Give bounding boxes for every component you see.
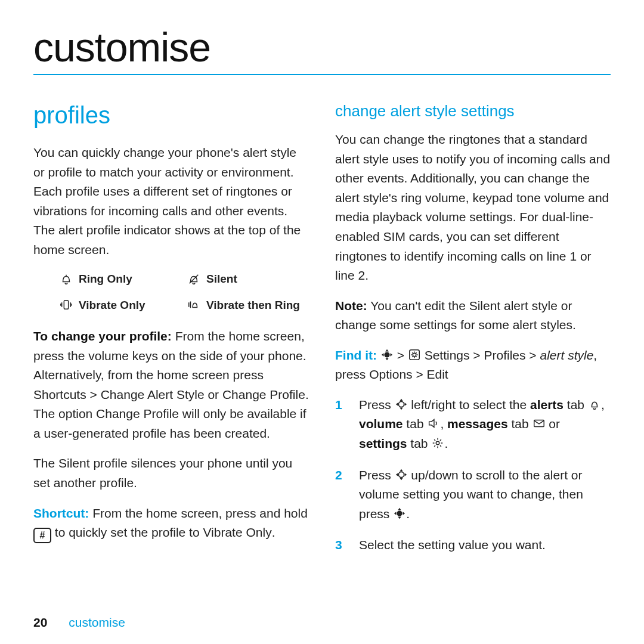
envelope-icon — [532, 417, 546, 430]
svg-marker-13 — [404, 402, 407, 406]
svg-marker-3 — [385, 349, 389, 352]
left-column: profiles You can quickly change your pho… — [33, 97, 309, 611]
svg-marker-12 — [395, 402, 398, 406]
bell-slash-icon — [187, 273, 200, 286]
nav-ring-icon — [395, 398, 408, 411]
svg-point-2 — [384, 352, 389, 357]
svg-marker-23 — [398, 516, 401, 519]
change-alert-heading: change alert style settings — [335, 99, 611, 123]
svg-point-16 — [398, 472, 404, 477]
profile-silent: Silent — [187, 270, 309, 287]
svg-marker-19 — [395, 473, 398, 476]
page-number: 20 — [33, 615, 47, 630]
step-3-text: Select the setting value you want. — [359, 535, 546, 555]
page-title: customise — [33, 24, 611, 70]
find-it-label: Find it: — [335, 348, 377, 362]
profiles-heading: profiles — [33, 97, 309, 134]
svg-rect-7 — [410, 350, 420, 360]
profiles-intro: You can quickly change your phone's aler… — [33, 143, 309, 259]
step-2: 2 Press up/down to scroll to the alert o… — [335, 466, 611, 524]
step-1-text: Press left/right to select the alerts ta… — [359, 395, 611, 454]
step-3: 3 Select the setting value you want. — [335, 535, 611, 555]
right-column: change alert style settings You can chan… — [335, 97, 611, 611]
svg-marker-20 — [404, 473, 407, 476]
nav-ring-icon — [395, 468, 408, 481]
profile-vibrate-only: Vibrate Only — [60, 296, 181, 314]
nav-center-icon — [380, 348, 394, 361]
footer-section: customise — [69, 615, 125, 630]
vibrate-then-ring-label: Vibrate then Ring — [206, 296, 300, 314]
change-alert-intro: You can change the ringtones that a stan… — [335, 130, 611, 285]
svg-marker-4 — [385, 358, 389, 360]
svg-point-21 — [397, 510, 402, 516]
vibrate-ring-icon — [187, 298, 200, 311]
svg-marker-6 — [390, 353, 392, 357]
nav-center-icon — [393, 507, 406, 520]
shortcut-label: Shortcut: — [33, 506, 89, 520]
profiles-table: Ring Only Silent — [60, 270, 309, 314]
title-rule — [33, 74, 611, 75]
hash-key-icon: # — [33, 528, 51, 543]
bell-icon — [60, 273, 73, 286]
svg-point-8 — [413, 353, 416, 357]
svg-marker-10 — [400, 399, 403, 401]
svg-marker-22 — [398, 507, 401, 510]
find-it-para: Find it: > Settings > Profiles > alert s… — [335, 346, 611, 385]
settings-app-icon — [408, 348, 421, 361]
svg-marker-11 — [400, 407, 403, 410]
svg-rect-1 — [64, 301, 68, 309]
page-footer: 20 customise — [33, 615, 611, 630]
manual-page: customise profiles You can quickly chang… — [0, 0, 644, 644]
vibrate-icon — [60, 298, 73, 311]
step-2-text: Press up/down to scroll to the alert or … — [359, 466, 611, 524]
shortcut-para: Shortcut: From the home screen, press an… — [33, 504, 309, 544]
profile-vibrate-then-ring: Vibrate then Ring — [187, 296, 309, 314]
content-columns: profiles You can quickly change your pho… — [33, 97, 611, 611]
svg-point-15 — [436, 441, 440, 445]
steps-list: 1 Press left/right to select the alerts … — [335, 395, 611, 555]
to-change-profile-para: To change your profile: From the home sc… — [33, 327, 309, 443]
silent-label: Silent — [206, 270, 237, 287]
speaker-icon — [427, 417, 440, 430]
step-1: 1 Press left/right to select the alerts … — [335, 395, 611, 454]
gear-icon — [431, 436, 444, 450]
svg-marker-25 — [403, 512, 405, 515]
note-label: Note: — [335, 299, 367, 312]
note-para: Note: You can't edit the Silent alert st… — [335, 296, 611, 335]
svg-marker-18 — [400, 478, 403, 480]
silent-profile-para: The Silent profile silences your phone u… — [33, 454, 309, 493]
vibrate-only-label: Vibrate Only — [79, 296, 145, 314]
svg-point-9 — [398, 401, 404, 407]
svg-rect-14 — [534, 420, 544, 427]
svg-marker-17 — [400, 469, 403, 471]
svg-marker-5 — [382, 353, 384, 357]
ring-only-label: Ring Only — [79, 270, 132, 287]
profile-ring-only: Ring Only — [60, 270, 181, 287]
to-change-label: To change your profile: — [33, 329, 172, 343]
svg-marker-24 — [394, 512, 397, 515]
bell-small-icon — [588, 398, 601, 411]
